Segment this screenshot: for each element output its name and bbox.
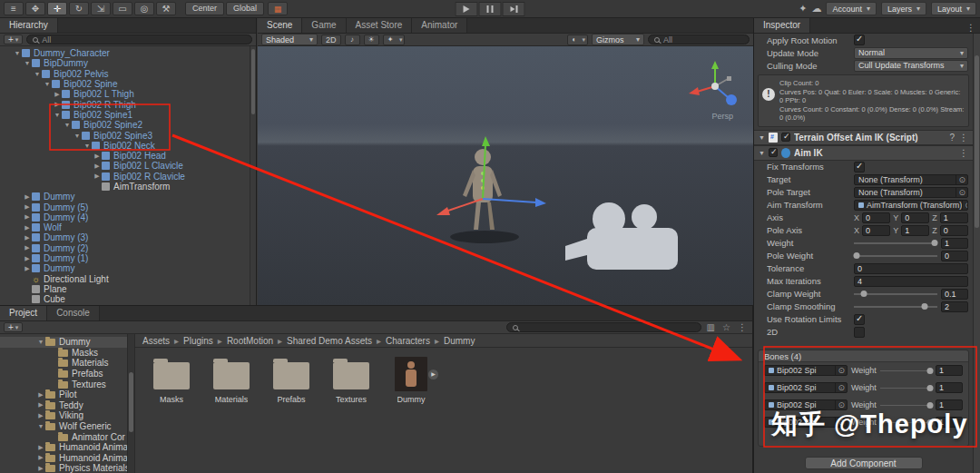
project-folder-item[interactable]: ▶ Physics Materials bbox=[0, 463, 127, 473]
orientation-gizmo[interactable] bbox=[686, 59, 744, 117]
bone-object-field[interactable]: Bip002 Spi ⊙ bbox=[764, 382, 848, 393]
update-mode-dropdown[interactable]: Normal bbox=[854, 47, 968, 59]
foldout-arrow-icon[interactable]: ▼ bbox=[759, 134, 765, 141]
camera-gizmo-icon[interactable] bbox=[562, 199, 698, 281]
expand-arrow-icon[interactable]: ▶ bbox=[53, 91, 62, 98]
pole-axis-z-field[interactable]: 0 bbox=[940, 225, 968, 236]
expand-arrow-icon[interactable]: ▼ bbox=[23, 60, 32, 66]
bone-weight-slider[interactable] bbox=[880, 365, 932, 376]
breadcrumb-item[interactable]: Characters bbox=[386, 336, 444, 346]
bone-weight-field[interactable]: 1 bbox=[936, 365, 963, 376]
hierarchy-item[interactable]: ▶ Dummy bbox=[0, 192, 256, 202]
expand-arrow-icon[interactable]: ▶ bbox=[53, 101, 62, 108]
max-iterations-field[interactable]: 4 bbox=[854, 276, 968, 287]
project-folder-item[interactable]: Animator Cor bbox=[0, 431, 127, 442]
clamp-weight-slider[interactable] bbox=[854, 289, 937, 300]
hierarchy-item[interactable]: ▼ Bip002 Spine2 bbox=[0, 120, 256, 130]
expand-arrow-icon[interactable]: ▶ bbox=[36, 465, 45, 472]
asset-item[interactable]: Materials bbox=[208, 357, 255, 404]
project-folder-item[interactable]: ▼ Dummy bbox=[0, 337, 127, 348]
bone-weight-field[interactable]: 1 bbox=[936, 382, 963, 393]
clamp-weight-field[interactable]: 0.1 bbox=[941, 289, 968, 300]
expand-arrow-icon[interactable]: ▼ bbox=[83, 143, 92, 149]
expand-arrow-icon[interactable]: ▶ bbox=[23, 224, 32, 232]
clamp-smoothing-field[interactable]: 2 bbox=[941, 301, 968, 312]
use-rotation-limits-checkbox[interactable] bbox=[854, 314, 865, 325]
camera-settings-icon[interactable]: ◐ bbox=[567, 34, 588, 45]
object-picker-icon[interactable]: ⊙ bbox=[835, 383, 845, 392]
hierarchy-item[interactable]: ▼ Bip002 Spine3 bbox=[0, 130, 256, 140]
hierarchy-item[interactable]: Directional Light bbox=[0, 274, 256, 284]
pole-axis-x-field[interactable]: 0 bbox=[862, 225, 890, 236]
expand-arrow-icon[interactable]: ▶ bbox=[93, 172, 102, 180]
project-folder-item[interactable]: ▼ Wolf Generic bbox=[0, 421, 127, 432]
expand-arrow-icon[interactable]: ▼ bbox=[33, 71, 42, 77]
axis-y-field[interactable]: 0 bbox=[901, 212, 929, 223]
gizmos-dropdown[interactable]: Gizmos bbox=[592, 34, 644, 45]
tab-inspector[interactable]: Inspector bbox=[754, 18, 810, 33]
bones-header[interactable]: Bones (4) bbox=[759, 350, 968, 362]
hierarchy-item[interactable]: ▶ Bip002 Head bbox=[0, 151, 256, 161]
project-folder-item[interactable]: Textures bbox=[0, 379, 127, 389]
hierarchy-scrollbar[interactable] bbox=[250, 46, 256, 305]
expand-arrow-icon[interactable]: ▼ bbox=[43, 81, 52, 87]
object-picker-icon[interactable]: ⊙ bbox=[956, 188, 965, 197]
tab-console[interactable]: Console bbox=[47, 306, 100, 320]
expand-arrow-icon[interactable]: ▶ bbox=[23, 203, 32, 211]
custom-tool-icon[interactable]: ⚒ bbox=[156, 2, 176, 15]
object-picker-icon[interactable]: ⊙ bbox=[956, 175, 965, 184]
expand-arrow-icon[interactable]: ▼ bbox=[36, 339, 45, 345]
add-component-button[interactable]: Add Component bbox=[805, 457, 923, 469]
weight-field[interactable]: 1 bbox=[941, 238, 968, 249]
project-folder-item[interactable]: ▶ Teddy bbox=[0, 400, 127, 411]
pivot-center-button[interactable]: Center bbox=[185, 2, 224, 15]
hierarchy-item[interactable]: ▼ BipDummy bbox=[0, 58, 256, 68]
expand-arrow-icon[interactable]: ▼ bbox=[53, 112, 62, 118]
tab-animator[interactable]: Animator bbox=[412, 18, 467, 33]
expand-arrow-icon[interactable]: ▶ bbox=[23, 244, 32, 251]
tab-game[interactable]: Game bbox=[302, 18, 346, 33]
hierarchy-item[interactable]: ▼ Bip002 Pelvis bbox=[0, 69, 256, 79]
menu-icon[interactable]: ≡ bbox=[4, 2, 24, 15]
project-folder-item[interactable]: Materials bbox=[0, 358, 127, 369]
culling-mode-dropdown[interactable]: Cull Update Transforms bbox=[854, 60, 968, 72]
expand-arrow-icon[interactable]: ▶ bbox=[36, 412, 45, 419]
expand-arrow-icon[interactable]: ▼ bbox=[36, 423, 45, 429]
bone-object-field[interactable]: Bip002 Spi ⊙ bbox=[764, 365, 848, 376]
bone-weight-slider[interactable] bbox=[880, 382, 932, 393]
rotate-tool-icon[interactable]: ↻ bbox=[69, 2, 89, 15]
expand-subassets-icon[interactable]: ▶ bbox=[428, 370, 438, 379]
hierarchy-item[interactable]: ▼ Bip002 Neck bbox=[0, 141, 256, 151]
2d-checkbox[interactable] bbox=[854, 327, 865, 338]
grid-snap-icon[interactable]: ▦ bbox=[268, 2, 288, 15]
audio-toggle-icon[interactable]: ♪ bbox=[345, 34, 360, 45]
inspector-scrollbar[interactable] bbox=[973, 34, 980, 473]
fix-transforms-checkbox[interactable] bbox=[854, 162, 865, 172]
inspector-menu-icon[interactable]: ⋮ bbox=[962, 23, 980, 33]
pole-axis-y-field[interactable]: 1 bbox=[901, 225, 929, 236]
tab-asset-store[interactable]: Asset Store bbox=[347, 18, 413, 33]
lighting-toggle-icon[interactable]: ☀ bbox=[364, 34, 379, 45]
pivot-global-button[interactable]: Global bbox=[226, 2, 264, 15]
effects-dropdown-icon[interactable]: ✦ bbox=[383, 34, 406, 45]
hierarchy-create-button[interactable]: + bbox=[4, 34, 23, 44]
hierarchy-item[interactable]: ▶ Dummy bbox=[0, 263, 256, 273]
axis-x-field[interactable]: 0 bbox=[862, 212, 890, 223]
solver-enabled-checkbox[interactable] bbox=[769, 148, 778, 157]
services-icon[interactable]: ✦ bbox=[799, 3, 807, 15]
hierarchy-item[interactable]: ▶ Wolf bbox=[0, 222, 256, 232]
axis-z-field[interactable]: 1 bbox=[940, 212, 968, 223]
project-folder-item[interactable]: Prefabs bbox=[0, 369, 127, 379]
expand-arrow-icon[interactable]: ▶ bbox=[23, 234, 32, 241]
scene-viewport[interactable]: Persp bbox=[258, 46, 753, 305]
project-tree-scrollbar[interactable] bbox=[127, 334, 135, 473]
expand-arrow-icon[interactable]: ▶ bbox=[23, 193, 32, 201]
clamp-smoothing-slider[interactable] bbox=[854, 301, 937, 312]
component-header-terrain-offset-aim-ik[interactable]: ▼ Terrain Offset Aim IK (Script) ? ⋮ bbox=[754, 130, 973, 145]
hierarchy-item[interactable]: ▶ Dummy (3) bbox=[0, 232, 256, 242]
hierarchy-item[interactable]: ▼ Bip002 Spine1 bbox=[0, 110, 256, 120]
pause-button[interactable] bbox=[479, 2, 502, 16]
tab-scene[interactable]: Scene bbox=[258, 18, 302, 33]
asset-item[interactable]: ▶ Dummy bbox=[387, 357, 435, 404]
tab-hierarchy[interactable]: Hierarchy bbox=[0, 18, 58, 33]
